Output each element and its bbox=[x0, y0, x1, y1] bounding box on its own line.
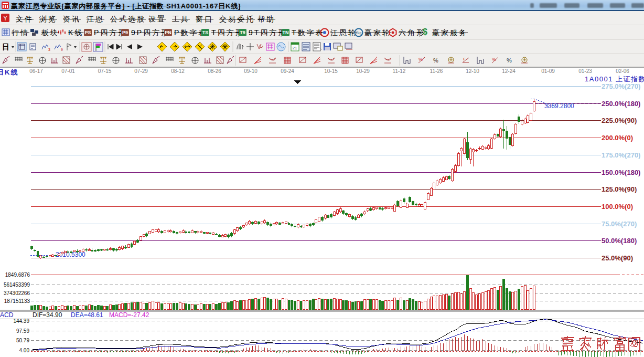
svg-text:3369.2800: 3369.2800 bbox=[544, 102, 574, 110]
svg-text:08-12: 08-12 bbox=[171, 68, 185, 74]
svg-text:12-10: 12-10 bbox=[466, 68, 479, 74]
svg-text:25.0%(90): 25.0%(90) bbox=[602, 254, 633, 262]
svg-text:11-26: 11-26 bbox=[430, 68, 443, 74]
svg-text:100.0%(0): 100.0%(0) bbox=[602, 203, 633, 211]
svg-text:125.0%(90): 125.0%(90) bbox=[602, 185, 637, 193]
svg-text:150.0%(180): 150.0%(180) bbox=[602, 169, 640, 176]
svg-text:09-10: 09-10 bbox=[244, 68, 257, 74]
svg-text:07-15: 07-15 bbox=[98, 68, 112, 74]
svg-text:日K线: 日K线 bbox=[0, 68, 18, 76]
svg-text:06-17: 06-17 bbox=[29, 68, 43, 74]
svg-text:MACD: MACD bbox=[0, 311, 14, 319]
svg-text:MACD=-27.42: MACD=-27.42 bbox=[109, 311, 149, 319]
svg-text:187151133: 187151133 bbox=[4, 298, 30, 304]
svg-text:07-01: 07-01 bbox=[61, 68, 75, 74]
svg-text:08-26: 08-26 bbox=[208, 68, 221, 74]
svg-text:561453399: 561453399 bbox=[4, 282, 30, 288]
svg-text:12-24: 12-24 bbox=[502, 68, 516, 74]
svg-text:11-12: 11-12 bbox=[393, 68, 406, 74]
svg-text:374302266: 374302266 bbox=[4, 290, 30, 296]
svg-text:10-29: 10-29 bbox=[356, 68, 370, 74]
svg-text:200.0%(0): 200.0%(0) bbox=[602, 134, 633, 142]
svg-text:DIF=34.90: DIF=34.90 bbox=[33, 311, 62, 319]
svg-text:1849.6876: 1849.6876 bbox=[5, 272, 30, 278]
svg-text:1A0001 上证指数: 1A0001 上证指数 bbox=[585, 75, 644, 83]
svg-text:50.0%(180): 50.0%(180) bbox=[602, 237, 637, 245]
svg-text:02-06: 02-06 bbox=[616, 68, 629, 74]
svg-text:07-29: 07-29 bbox=[134, 68, 148, 74]
svg-text:01-23: 01-23 bbox=[578, 68, 592, 74]
svg-text:50.79: 50.79 bbox=[16, 338, 29, 343]
svg-text:250.0%(180): 250.0%(180) bbox=[602, 100, 640, 108]
svg-text:10-15: 10-15 bbox=[324, 68, 338, 74]
svg-text:4.00: 4.00 bbox=[19, 348, 30, 353]
svg-text:225.0%(90): 225.0%(90) bbox=[602, 117, 637, 124]
svg-text:DEA=48.61: DEA=48.61 bbox=[71, 311, 103, 319]
svg-text:97.59: 97.59 bbox=[16, 328, 29, 334]
svg-text:275.0%(270): 275.0%(270) bbox=[602, 82, 640, 90]
svg-text:144.39: 144.39 bbox=[13, 318, 29, 324]
svg-text:175.0%(270): 175.0%(270) bbox=[602, 151, 640, 159]
svg-text:75.0%(270): 75.0%(270) bbox=[602, 220, 637, 228]
svg-text:01-09: 01-09 bbox=[541, 68, 555, 74]
svg-text:09-24: 09-24 bbox=[281, 68, 294, 74]
